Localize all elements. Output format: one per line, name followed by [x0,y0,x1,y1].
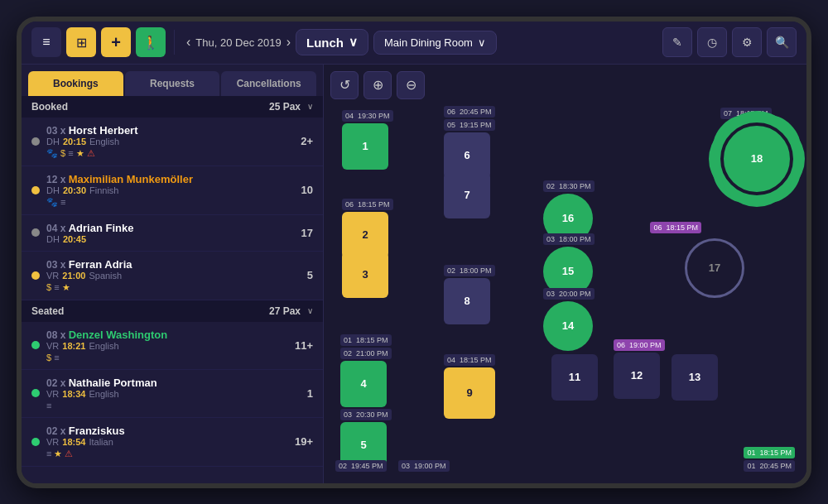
grid-view-button[interactable]: ⊞ [66,27,96,57]
time-badge-8: 02 18:00 PM [444,265,495,276]
booking-info: 03 x Horst Herbert DH 20:15 English 🐾 $ … [46,124,290,159]
tab-cancellations[interactable]: Cancellations [221,71,316,96]
booking-info: 03 x Ferran Adria VR 21:00 Spanish $ ≡ ★ [46,258,290,293]
list-icon: ≡ [46,401,51,410]
booking-sub: VR 18:34 English [46,389,290,399]
add-button[interactable]: + [101,27,131,57]
prev-date-button[interactable]: ‹ [186,35,190,50]
table-17[interactable]: 17 [685,238,744,298]
next-date-button[interactable]: › [286,35,291,50]
reset-map-button[interactable]: ↺ [330,71,359,99]
icons-row: $ ≡ ★ [46,282,290,293]
table-1[interactable]: 1 [342,123,388,170]
table-group-1: 04 19:30 PM 1 [342,110,393,123]
edit-button[interactable]: ✎ [662,27,692,57]
list-view-button[interactable]: ≡ [31,27,61,57]
booking-item[interactable]: 12 x Maximilian Munkemöller DH 20:30 Fin… [22,166,323,215]
table-12[interactable]: 12 [614,353,660,399]
table-7[interactable]: 7 [444,172,490,218]
list-icon: ≡ [54,282,59,293]
search-button[interactable]: 🔍 [767,27,797,57]
time-badge-bottom-1: 02 19:45 PM [335,460,387,472]
icons-row: ≡ ★ ⚠ [46,449,290,459]
booking-list: Booked 25 Pax ∨ 03 x Horst Herbert DH 20… [22,96,323,483]
table-14[interactable]: 14 [543,301,593,351]
table-18[interactable]: 18 [720,122,793,195]
time-badge-17: 06 18:15 PM [650,222,701,233]
time-badge-4a: 01 18:15 PM [340,334,392,346]
list-icon: ≡ [60,197,65,208]
booking-info: 08 x Denzel Washington VR 18:21 English … [46,329,290,362]
floor-map: ↺ ⊕ ⊖ 04 19:30 PM 1 06 18:15 PM 2 3 01 1… [324,65,806,483]
left-panel: Bookings Requests Cancellations Booked 2… [22,65,324,483]
table-group-4: 01 18:15 PM 02 21:00 PM 4 [340,334,392,361]
table-8[interactable]: 8 [444,278,490,324]
booking-item[interactable]: 04 x Adrian Finke DH 20:45 17 [22,215,323,252]
status-dot [31,228,40,237]
table-11[interactable]: 11 [551,354,598,401]
status-dot [31,438,40,446]
time-badge-1: 04 19:30 PM [342,110,393,122]
zoom-out-button[interactable]: ⊖ [397,71,425,99]
booking-sub: DH 20:45 [46,234,290,244]
table-group-6: 06 20:45 PM 05 19:15 PM 6 [444,106,495,132]
table-4[interactable]: 4 [340,361,387,407]
booking-item[interactable]: 08 x Denzel Washington VR 18:21 English … [22,322,323,370]
date-nav: ‹ Thu, 20 Dec 2019 › [186,35,291,50]
tab-requests[interactable]: Requests [125,71,220,96]
status-dot [31,271,40,280]
booking-name: 02 x Nathalie Portman [46,377,290,389]
booking-info: 12 x Maximilian Munkemöller DH 20:30 Fin… [46,173,290,208]
table-group-14: 03 20:00 PM 14 [543,288,595,301]
meal-selector[interactable]: Lunch ∨ [296,29,368,55]
status-dot [31,137,40,146]
booking-info: 02 x Nathalie Portman VR 18:34 English ≡ [46,377,290,410]
table-group-16: 02 18:30 PM 16 [543,180,595,194]
table-group-9: 04 18:15 PM 9 [444,354,495,367]
list-icon: ≡ [54,353,59,362]
booking-num: 10 [290,184,313,196]
dollar-icon: $ [46,353,51,362]
time-badge-14: 03 20:00 PM [543,288,595,300]
table-13[interactable]: 13 [672,354,718,401]
walk-button[interactable]: 🚶 [136,27,166,57]
booking-item[interactable]: 02 x Nathalie Portman VR 18:34 English ≡… [22,370,323,418]
booking-name: 03 x Ferran Adria [46,258,290,271]
clock-button[interactable]: ◷ [697,27,727,57]
zoom-in-button[interactable]: ⊕ [363,71,392,99]
booking-name: 12 x Maximilian Munkemöller [46,173,290,185]
car-icon: 🐾 [46,197,58,208]
table-group-5: 03 20:30 PM 5 [340,409,392,422]
star-icon: ★ [76,148,84,159]
dollar-icon: $ [46,282,51,293]
booking-item[interactable]: 02 x Franziskus VR 18:54 Italian ≡ ★ ⚠ [22,418,323,467]
time-badge-4b: 02 21:00 PM [340,348,392,359]
table-9[interactable]: 9 [444,367,495,419]
booking-num: 17 [290,227,313,239]
booking-item[interactable]: 03 x Horst Herbert DH 20:15 English 🐾 $ … [22,118,323,166]
icons-row: $ ≡ [46,353,290,362]
booking-item[interactable]: 03 x Ferran Adria VR 21:00 Spanish $ ≡ ★ [22,252,323,300]
time-badge-5: 03 20:30 PM [340,409,392,420]
table-group-8: 02 18:00 PM 8 [444,265,495,278]
star-icon: ★ [62,282,70,293]
warn-icon: ⚠ [65,449,73,459]
booking-info: 04 x Adrian Finke DH 20:45 [46,222,290,244]
booked-section-header: Booked 25 Pax ∨ [22,96,323,118]
booking-sub: VR 21:00 Spanish [46,271,290,281]
tablet-frame: ≡ ⊞ + 🚶 ‹ Thu, 20 Dec 2019 › Lunch ∨ Mai… [17,17,811,488]
settings-button[interactable]: ⚙ [732,27,762,57]
table-3[interactable]: 3 [342,252,388,298]
room-selector[interactable]: Main Dining Room ∨ [373,31,497,55]
right-nav-buttons: ✎ ◷ ⚙ 🔍 [662,27,797,57]
booking-sub: VR 18:21 English [46,341,290,351]
booking-num: 19+ [290,435,313,448]
time-badge-16: 02 18:30 PM [543,180,595,192]
list-icon: ≡ [46,449,51,459]
booking-num: 1 [290,387,313,400]
time-badge-2: 06 18:15 PM [342,199,393,210]
tab-bookings[interactable]: Bookings [28,71,123,96]
booking-name: 08 x Denzel Washington [46,329,290,341]
dollar-icon: $ [60,148,65,159]
booking-num: 11+ [290,339,313,352]
